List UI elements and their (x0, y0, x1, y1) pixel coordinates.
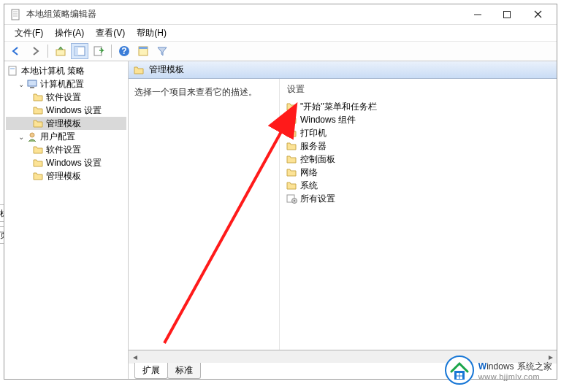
folder-icon (32, 170, 44, 182)
show-tree-button[interactable] (71, 43, 88, 59)
svg-rect-27 (457, 373, 459, 376)
policy-icon (7, 65, 19, 77)
folder-icon (32, 157, 44, 169)
titlebar: 本地组策略编辑器 (4, 4, 557, 25)
item-label: 所有设置 (300, 193, 335, 205)
right-pane: 管理模板 选择一个项目来查看它的描述。 设置 "开始"菜单和任务栏 Window… (129, 61, 557, 379)
list-item[interactable]: 所有设置 (284, 192, 552, 205)
tree-software-settings[interactable]: 软件设置 (6, 91, 126, 104)
menu-action[interactable]: 操作(A) (49, 26, 90, 41)
window-title: 本地组策略编辑器 (26, 8, 463, 20)
computer-icon (26, 78, 38, 90)
tree-pane[interactable]: 本地计算机 策略 ⌄ 计算机配置 软件设置 Windows 设置 管理模板 ⌄ (4, 61, 129, 379)
svg-point-20 (30, 133, 34, 137)
user-icon (26, 131, 38, 142)
tree-label: 管理模板 (46, 118, 81, 130)
description-text: 选择一个项目来查看它的描述。 (134, 87, 257, 97)
tree-label: 用户配置 (40, 131, 75, 143)
svg-rect-17 (10, 68, 15, 69)
item-label: 网络 (300, 166, 318, 179)
folder-icon (286, 101, 297, 112)
tree-label: Windows 设置 (46, 104, 102, 117)
list-item[interactable]: Windows 组件 (284, 113, 552, 126)
folder-icon (286, 180, 297, 191)
list-item[interactable]: 网络 (284, 166, 552, 179)
tree-u-windows[interactable]: Windows 设置 (6, 156, 126, 169)
svg-point-25 (446, 356, 473, 384)
folder-icon (286, 127, 297, 139)
tree-user-config[interactable]: ⌄ 用户配置 (6, 130, 126, 143)
scroll-left-button[interactable]: ◂ (129, 351, 141, 364)
folder-icon (286, 166, 297, 178)
path-bar: 管理模板 (129, 61, 557, 79)
tree-label: 管理模板 (46, 170, 81, 182)
app-window: 本地组策略编辑器 文件(F) 操作(A) 查看(V) 帮助(H) ? 本地计算机… (4, 4, 557, 380)
item-label: 控制面板 (300, 153, 335, 166)
app-icon (10, 9, 22, 20)
tree-label: 软件设置 (46, 91, 81, 104)
export-button[interactable] (90, 43, 107, 59)
list-item[interactable]: 服务器 (284, 139, 552, 153)
collapse-icon[interactable]: ⌄ (16, 133, 26, 141)
menubar: 文件(F) 操作(A) 查看(V) 帮助(H) (4, 25, 557, 41)
folder-icon (133, 64, 145, 76)
svg-rect-15 (139, 47, 148, 49)
folder-icon (32, 118, 44, 129)
list-item[interactable]: "开始"菜单和任务栏 (284, 100, 552, 113)
tree-windows-settings[interactable]: Windows 设置 (6, 104, 126, 117)
tree-u-admin[interactable]: 管理模板 (6, 169, 126, 182)
up-button[interactable] (52, 43, 69, 59)
maximize-button[interactable] (492, 5, 522, 24)
settings-list-icon (286, 193, 297, 204)
tree-root[interactable]: 本地计算机 策略 (6, 64, 126, 77)
svg-rect-28 (459, 373, 462, 376)
item-label: 服务器 (300, 140, 327, 153)
folder-icon (32, 91, 44, 103)
toolbar: ? (4, 41, 557, 61)
svg-rect-0 (12, 9, 19, 20)
svg-rect-30 (459, 377, 462, 380)
svg-rect-10 (75, 47, 78, 55)
svg-rect-16 (9, 66, 16, 75)
tab-standard[interactable]: 标准 (167, 363, 201, 379)
forward-button[interactable] (26, 43, 44, 59)
watermark: Windows 系统之家 www.bjjmlv.com (445, 356, 552, 385)
item-label: Windows 组件 (300, 114, 356, 126)
svg-rect-26 (454, 371, 465, 380)
column-header-settings[interactable]: 设置 (284, 82, 552, 100)
tree-u-software[interactable]: 软件设置 (6, 143, 126, 156)
folder-icon (286, 140, 297, 152)
svg-point-23 (294, 200, 295, 201)
item-label: 打印机 (300, 127, 327, 139)
svg-rect-8 (56, 50, 65, 55)
svg-rect-19 (30, 87, 34, 88)
folder-icon (286, 153, 297, 165)
collapse-icon[interactable]: ⌄ (16, 80, 26, 88)
svg-rect-5 (504, 11, 511, 18)
menu-help[interactable]: 帮助(H) (131, 26, 172, 41)
list-pane[interactable]: 设置 "开始"菜单和任务栏 Windows 组件 打印机 服务器 控制面板 网络… (279, 79, 557, 350)
watermark-url: www.bjjmlv.com (478, 372, 552, 381)
list-item[interactable]: 系统 (284, 179, 552, 192)
properties-button[interactable] (134, 43, 152, 59)
tree-label: 本地计算机 策略 (21, 65, 85, 77)
description-pane: 选择一个项目来查看它的描述。 (129, 79, 279, 350)
menu-view[interactable]: 查看(V) (90, 26, 131, 41)
filter-button[interactable] (153, 43, 171, 59)
minimize-button[interactable] (463, 5, 492, 24)
svg-rect-29 (457, 377, 459, 380)
close-button[interactable] (522, 5, 554, 24)
tree-admin-templates[interactable]: 管理模板 (6, 117, 126, 130)
svg-rect-18 (28, 80, 37, 86)
list-item[interactable]: 控制面板 (284, 153, 552, 166)
list-item[interactable]: 打印机 (284, 126, 552, 139)
tree-computer-config[interactable]: ⌄ 计算机配置 (6, 77, 126, 91)
tab-extended[interactable]: 扩展 (134, 363, 168, 379)
path-label: 管理模板 (149, 64, 184, 76)
folder-icon (32, 104, 44, 116)
help-button[interactable]: ? (115, 43, 133, 59)
menu-file[interactable]: 文件(F) (9, 26, 49, 41)
back-button[interactable] (7, 43, 25, 59)
item-label: "开始"菜单和任务栏 (300, 101, 377, 113)
tree-label: 软件设置 (46, 144, 81, 156)
